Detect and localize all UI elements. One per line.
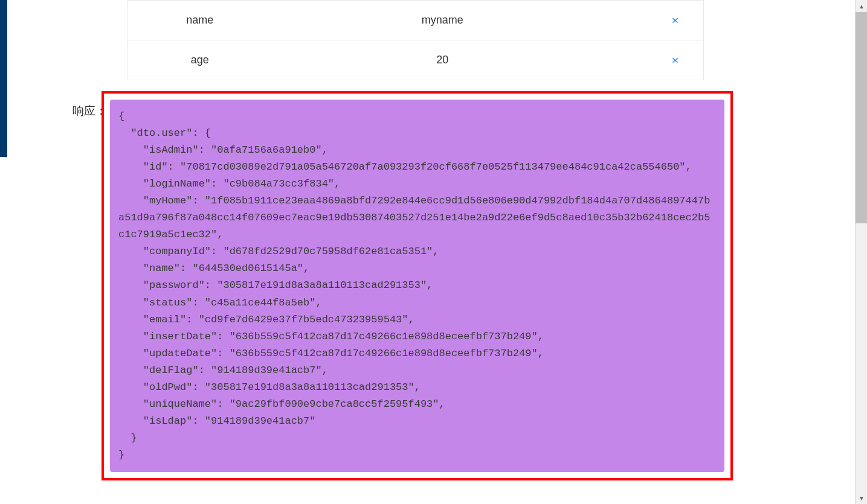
response-section: 响应： { "dto.user": { "isAdmin": "0afa7156…: [73, 91, 834, 480]
content-area: name myname ✕ age 20 ✕ 响应： { "dto.user":…: [0, 0, 846, 493]
response-label: 响应：: [73, 103, 107, 119]
left-edge-blue: [0, 0, 7, 157]
json-content: { "dto.user": { "isAdmin": "0afa7156a6a9…: [110, 108, 716, 464]
params-table: name myname ✕ age 20 ✕: [127, 0, 704, 80]
scrollbar-thumb[interactable]: [856, 12, 867, 223]
param-action: ✕: [613, 15, 703, 26]
close-icon[interactable]: ✕: [671, 55, 679, 65]
table-row: name myname ✕: [127, 0, 703, 40]
page-wrapper: name myname ✕ age 20 ✕ 响应： { "dto.user":…: [0, 0, 867, 504]
table-row: age 20 ✕: [127, 40, 703, 80]
param-action: ✕: [613, 55, 703, 66]
scrollbar[interactable]: ▲ ▼: [855, 0, 867, 504]
param-value: myname: [272, 14, 613, 27]
param-value: 20: [272, 54, 613, 66]
param-key: name: [127, 14, 272, 27]
scroll-up-icon[interactable]: ▲: [856, 0, 867, 12]
close-icon[interactable]: ✕: [671, 15, 679, 25]
response-box: { "dto.user": { "isAdmin": "0afa7156a6a9…: [110, 100, 724, 472]
scroll-down-icon[interactable]: ▼: [856, 492, 867, 504]
param-key: age: [127, 54, 272, 66]
response-highlight-border: { "dto.user": { "isAdmin": "0afa7156a6a9…: [102, 91, 733, 480]
